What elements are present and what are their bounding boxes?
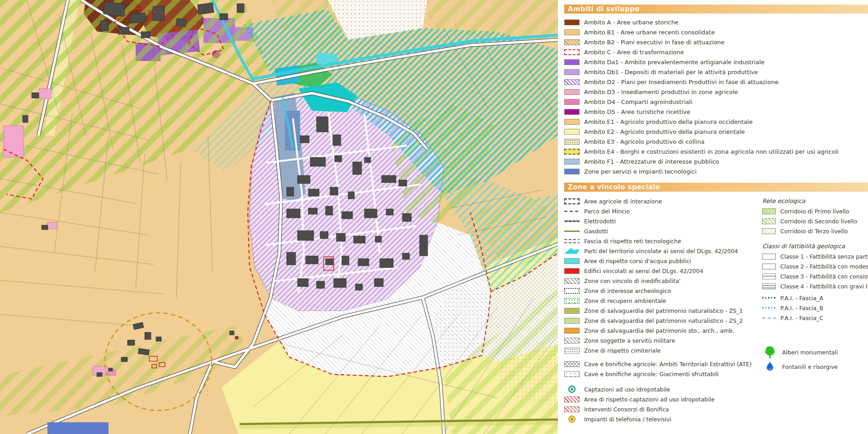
swatch-territorio-dlgs <box>564 248 580 254</box>
swatch-ambito-d3 <box>564 89 580 95</box>
legend-label: Classe 4 - Fattibilità con gravi limi <box>780 283 868 290</box>
legend-label: Zone soggette a servitù militare <box>584 337 675 344</box>
zone-servizi <box>47 422 108 434</box>
section-header-ambiti: Ambiti di sviluppo <box>564 5 868 14</box>
legend-item: P.A.I. - Fascia_A <box>762 293 868 303</box>
legend-item: Area di rispetto captazioni ad uso idrop… <box>564 394 868 404</box>
legend-label: Zone di rispetto cimiteriale <box>584 347 660 354</box>
legend-label: Cave e bonifiche agricole: Giacimenti sf… <box>584 371 719 377</box>
swatch-classe-1 <box>762 254 776 259</box>
well-icon <box>564 385 580 393</box>
swatch-ambito-d5 <box>564 109 580 115</box>
legend-label: Fascia di rispetto reti tecnologiche <box>584 238 681 245</box>
legend-item: Ambito D4 - Comparti agroindustriali <box>564 97 868 107</box>
vincoli-right-column: Rete ecologica Corridoio di Primo livell… <box>762 196 868 373</box>
legend-section-vincoli: Aree agricole di interazione Parco del M… <box>564 196 868 424</box>
legend-label: Ambito D2 - Piani per Insediamenti Produ… <box>584 79 778 85</box>
legend-label: Gasdotti <box>584 228 608 235</box>
swatch-ambito-e3 <box>564 139 580 145</box>
legend-label: Classe 1 - Fattibilità senza partico <box>780 253 868 260</box>
legend-item: Ambito E3 - Agricolo produttivo di colli… <box>564 137 868 146</box>
legend-item: Ambito B1 - Aree urbane recenti consolid… <box>564 27 868 37</box>
swatch-cave-giacimenti <box>564 371 580 377</box>
legend-item: Alberi monumentali <box>762 344 868 360</box>
legend-label: Ambito C - Aree di trasformazione <box>584 49 684 56</box>
swatch-pai-fascia-a <box>762 295 776 301</box>
legend-item: Ambito E2 - Agricolo produttivo della pi… <box>564 127 868 137</box>
swatch-cimiteriale <box>564 348 580 354</box>
swatch-patrimonio-storico <box>564 328 580 334</box>
swatch-parco-mincio <box>564 208 580 214</box>
legend-label: Ambito E2 - Agricolo produttivo della pi… <box>584 128 745 135</box>
swatch-cave-ate <box>564 361 580 367</box>
swatch-rispetto-captazioni <box>564 396 580 402</box>
legend-label: Ambito F1 - Attrezzature di interesse pu… <box>584 158 719 165</box>
swatch-zs1 <box>564 308 580 314</box>
legend-item: P.A.I. - Fascia_B <box>762 303 868 313</box>
legend-label: Corridoio di Secondo livello <box>780 218 857 225</box>
legend-item: Ambito F1 - Attrezzature di interesse pu… <box>564 156 868 166</box>
legend-item: Captazioni ad uso idropotabile <box>564 384 868 394</box>
legend-item: Impianti di telefonia / televisivi <box>564 414 868 424</box>
legend-label: Zone di salvaguardia del patrimonio natu… <box>584 317 743 324</box>
legend-label: Alberi monumentali <box>782 349 838 356</box>
swatch-recupero-ambientale <box>564 298 580 304</box>
map-canvas[interactable] <box>0 0 558 434</box>
swatch-corridoio-1 <box>762 208 776 214</box>
legend-label: Corridoio di Terzo livello <box>780 228 848 235</box>
swatch-ambito-e1 <box>564 119 580 125</box>
legend-item: Ambito Da1 - Ambito prevalentemente arti… <box>564 57 868 67</box>
swatch-ambito-f1 <box>564 159 580 165</box>
swatch-elettrodotti <box>564 218 580 224</box>
swatch-classe-4 <box>762 283 776 289</box>
swatch-pai-fascia-b <box>762 305 776 311</box>
legend-item: Ambito B2 - Piani esecutivi in fase di a… <box>564 37 868 47</box>
legend-label: Zone con vincolo di inedificabilita' <box>584 278 680 284</box>
legend-label: Ambito B2 - Piani esecutivi in fase di a… <box>584 39 725 46</box>
legend-label: Zone di salvaguardia del patrimonio natu… <box>584 307 743 314</box>
swatch-servitu-militare <box>564 338 580 344</box>
swatch-ambito-d2 <box>564 79 580 85</box>
legend-item: Ambito D3 - Insediamenti produttivi in z… <box>564 87 868 97</box>
swatch-consorzi-bonifica <box>564 406 580 412</box>
legend-label: Captazioni ad uso idropotabile <box>584 386 670 393</box>
legend-label: Zone di interesse archeologico <box>584 288 671 294</box>
swatch-archeologico <box>564 288 580 294</box>
swatch-ambito-db1 <box>564 69 580 75</box>
fattibilita-header: Classi di fattibilità geologica <box>762 241 868 251</box>
swatch-ambito-d4 <box>564 99 580 105</box>
swatch-aree-interazione <box>564 198 580 204</box>
legend-label: Aree agricole di interazione <box>584 198 662 205</box>
swatch-zone-servizi <box>564 169 580 175</box>
legend-label: Ambito Da1 - Ambito prevalentemente arti… <box>584 59 764 66</box>
legend-label: Impianti di telefonia / televisivi <box>584 416 671 423</box>
zoning-map <box>0 0 558 434</box>
legend-label: Classe 2 - Fattibilità con modeste l <box>780 263 868 270</box>
water-drop-icon <box>762 361 778 372</box>
swatch-pai-fascia-c <box>762 315 776 321</box>
swatch-ambito-da1 <box>564 59 580 65</box>
legend-item: Ambito D2 - Piani per Insediamenti Produ… <box>564 77 868 87</box>
legend-label: Ambito E1 - Agricolo produttivo della pi… <box>584 118 753 125</box>
legend-label: Interventi Consorzi di Bonifica <box>584 406 669 413</box>
legend-item: Fontanili e risorgive <box>762 360 868 373</box>
swatch-fascia-reti <box>564 238 580 244</box>
legend-label: Corridoio di Primo livello <box>780 208 849 215</box>
swatch-corridoio-3 <box>762 228 776 234</box>
legend-item: Classe 3 - Fattibilità con consisten <box>762 271 868 281</box>
swatch-corridoio-2 <box>762 218 776 224</box>
legend-label: P.A.I. - Fascia_B <box>780 305 823 311</box>
swatch-corsi-acqua <box>564 258 580 264</box>
legend-label: Aree di rispetto corsi d'acqua pubblici <box>584 258 691 264</box>
legend-item: Ambito D5 - Aree turistiche ricettive <box>564 107 868 117</box>
legend-label: Ambito D5 - Aree turistiche ricettive <box>584 108 690 115</box>
legend-label: Edifici vincolati ai sensi del DLgs. 42/… <box>584 268 703 274</box>
legend-item: Interventi Consorzi di Bonifica <box>564 404 868 414</box>
legend-label: Ambito E3 - Agricolo produttivo di colli… <box>584 138 704 145</box>
section-header-vincoli: Zone a vincolo speciale <box>564 183 868 192</box>
legend-label: Parti del territorio vincolate ai sensi … <box>584 248 738 255</box>
legend-item: Ambito E1 - Agricolo produttivo della pi… <box>564 117 868 127</box>
legend-item: Classe 2 - Fattibilità con modeste l <box>762 261 868 271</box>
swatch-inedificabilita <box>564 278 580 284</box>
swatch-gasdotti <box>564 228 580 234</box>
